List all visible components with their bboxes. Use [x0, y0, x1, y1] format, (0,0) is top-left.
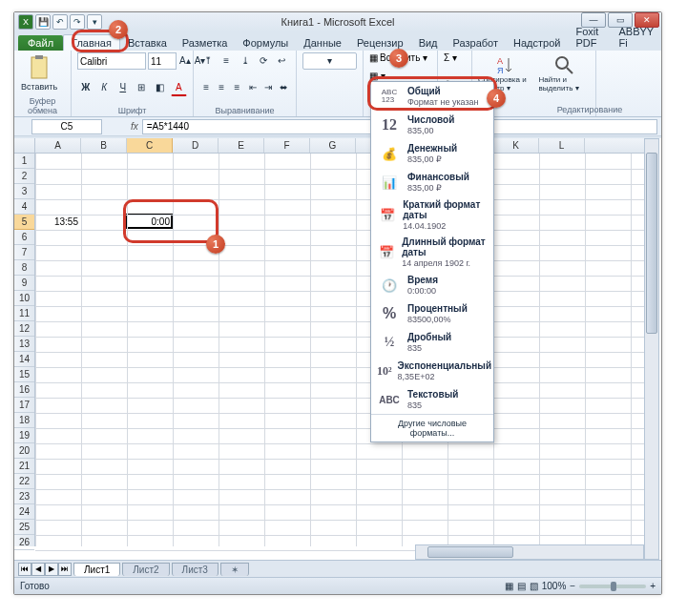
tab-foxit[interactable]: Foxit PDF — [568, 24, 611, 51]
worksheet[interactable]: ABCDEFGHIJKL 123456789101112131415161718… — [14, 138, 661, 560]
row-header-14[interactable]: 14 — [14, 352, 34, 367]
row-header-20[interactable]: 20 — [14, 443, 34, 459]
format-option-6[interactable]: 🕐Время0:00:00 — [371, 271, 493, 299]
number-format-combo[interactable]: ▾ — [302, 52, 357, 70]
align-right-button[interactable]: ≡ — [230, 79, 243, 96]
qat-customize[interactable]: ▾ — [87, 14, 102, 30]
row-header-24[interactable]: 24 — [14, 504, 34, 520]
cell-A5[interactable]: 13:55 — [35, 215, 81, 230]
row-header-25[interactable]: 25 — [14, 520, 34, 535]
font-size-combo[interactable] — [148, 52, 177, 70]
tab-layout[interactable]: Разметка — [175, 35, 236, 51]
row-header-13[interactable]: 13 — [14, 337, 34, 352]
row-header-10[interactable]: 10 — [14, 291, 34, 306]
view-normal-icon[interactable]: ▦ — [505, 581, 513, 591]
italic-button[interactable]: К — [96, 79, 114, 96]
row-header-12[interactable]: 12 — [14, 321, 34, 337]
row-header-7[interactable]: 7 — [14, 245, 34, 260]
cell-C5-selected[interactable]: 0:00 — [126, 214, 173, 229]
excel-icon[interactable]: X — [18, 14, 33, 30]
row-header-18[interactable]: 18 — [14, 413, 34, 428]
row-header-19[interactable]: 19 — [14, 428, 34, 443]
col-header-B[interactable]: B — [81, 138, 127, 153]
format-option-7[interactable]: %Процентный83500,00% — [371, 299, 493, 328]
tab-insert[interactable]: Вставка — [120, 35, 175, 51]
zoom-level[interactable]: 100% — [542, 581, 567, 591]
row-header-5[interactable]: 5 — [14, 215, 34, 230]
font-color-button[interactable]: A — [171, 79, 188, 96]
format-option-5[interactable]: 📅Длинный формат даты14 апреля 1902 г. — [371, 234, 493, 271]
row-header-17[interactable]: 17 — [14, 398, 34, 413]
zoom-out-button[interactable]: − — [570, 581, 575, 591]
row-header-22[interactable]: 22 — [14, 474, 34, 489]
format-option-10[interactable]: ABCТекстовый835 — [371, 385, 493, 414]
more-formats-link[interactable]: Другие числовые форматы... — [371, 414, 493, 441]
decrease-indent-button[interactable]: ⇤ — [246, 79, 260, 96]
row-header-3[interactable]: 3 — [14, 184, 34, 199]
underline-button[interactable]: Ч — [114, 79, 132, 96]
tab-addins[interactable]: Надстрой — [506, 35, 568, 51]
format-option-2[interactable]: 💰Денежный835,00 ₽ — [371, 139, 493, 168]
view-break-icon[interactable]: ▧ — [530, 581, 538, 591]
tab-nav-first[interactable]: ⏮ — [18, 563, 31, 576]
tab-data[interactable]: Данные — [296, 35, 349, 51]
col-header-E[interactable]: E — [219, 138, 264, 153]
redo-button[interactable]: ↷ — [70, 14, 85, 30]
tab-abbyy[interactable]: ABBYY Fi — [612, 24, 662, 51]
format-option-4[interactable]: 📅Краткий формат даты14.04.1902 — [371, 196, 493, 234]
tab-nav-next[interactable]: ▶ — [45, 563, 58, 576]
cell-grid[interactable]: 13:55 0:00 — [35, 154, 648, 546]
undo-button[interactable]: ↶ — [52, 14, 68, 30]
vertical-scrollbar[interactable] — [644, 138, 659, 560]
merge-button[interactable]: ⬌ — [277, 79, 290, 96]
format-option-1[interactable]: 12Числовой835,00 — [371, 111, 493, 139]
row-header-9[interactable]: 9 — [14, 276, 34, 291]
name-box[interactable] — [31, 119, 102, 134]
border-button[interactable]: ⊞ — [134, 79, 151, 96]
align-bottom-button[interactable]: ⤓ — [237, 52, 253, 70]
row-header-15[interactable]: 15 — [14, 367, 34, 382]
row-header-11[interactable]: 11 — [14, 306, 34, 321]
row-header-8[interactable]: 8 — [14, 260, 34, 276]
align-middle-button[interactable]: ≡ — [218, 52, 234, 70]
sheet-tab-3[interactable]: Лист3 — [172, 563, 219, 576]
tab-nav-prev[interactable]: ◀ — [31, 563, 45, 576]
row-header-2[interactable]: 2 — [14, 169, 34, 184]
hscroll-thumb[interactable] — [427, 546, 513, 558]
row-header-4[interactable]: 4 — [14, 199, 34, 215]
find-select-button[interactable]: Найти и выделить ▾ — [538, 52, 590, 94]
zoom-thumb[interactable] — [611, 582, 616, 591]
vscroll-thumb[interactable] — [646, 153, 657, 334]
tab-formulas[interactable]: Формулы — [235, 35, 296, 51]
new-sheet-button[interactable]: ✶ — [220, 563, 249, 576]
zoom-in-button[interactable]: + — [650, 581, 656, 591]
sheet-tab-1[interactable]: Лист1 — [73, 563, 120, 576]
col-header-K[interactable]: K — [493, 138, 539, 153]
row-header-6[interactable]: 6 — [14, 230, 34, 245]
row-header-23[interactable]: 23 — [14, 489, 34, 504]
align-left-button[interactable]: ≡ — [199, 79, 213, 96]
font-name-combo[interactable] — [77, 52, 146, 70]
tab-developer[interactable]: Разработ — [446, 35, 506, 51]
col-header-G[interactable]: G — [310, 138, 356, 153]
orientation-button[interactable]: ⟳ — [255, 52, 271, 70]
col-header-D[interactable]: D — [173, 138, 219, 153]
format-option-8[interactable]: ½Дробный835 — [371, 328, 493, 357]
align-center-button[interactable]: ≡ — [215, 79, 228, 96]
wrap-text-button[interactable]: ↩ — [274, 52, 290, 70]
autosum-button[interactable]: Σ ▾ — [444, 52, 466, 63]
fill-color-button[interactable]: ◧ — [152, 79, 169, 96]
select-all-button[interactable] — [14, 138, 35, 154]
fx-icon[interactable]: fx — [131, 121, 138, 132]
zoom-slider[interactable] — [579, 585, 646, 588]
increase-indent-button[interactable]: ⇥ — [261, 79, 275, 96]
format-option-0[interactable]: ABC123ОбщийФормат не указан — [371, 82, 493, 111]
tab-file[interactable]: Файл — [18, 35, 63, 51]
tab-nav-last[interactable]: ⏭ — [58, 563, 72, 576]
format-option-9[interactable]: 10²Экспоненциальный8,35E+02 — [371, 357, 493, 385]
bold-button[interactable]: Ж — [77, 79, 94, 96]
paste-button[interactable]: Вставить — [20, 52, 58, 94]
col-header-A[interactable]: A — [35, 138, 81, 153]
tab-view[interactable]: Вид — [411, 35, 446, 51]
save-button[interactable]: 💾 — [35, 14, 51, 30]
